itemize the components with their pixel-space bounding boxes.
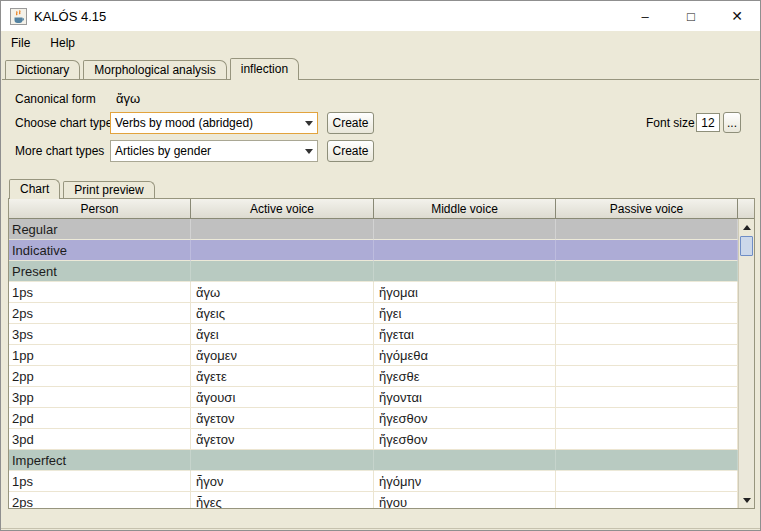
maximize-button[interactable]: □ (668, 1, 714, 31)
passive-voice-cell (556, 219, 738, 240)
person-cell: 2pp (9, 366, 191, 387)
person-cell: 2pd (9, 408, 191, 429)
table-row[interactable]: 3pdἄγετονἤγεσθον (9, 429, 754, 450)
tab-print-preview[interactable]: Print preview (63, 181, 154, 198)
chart-type-selected-value: Verbs by mood (abridged) (115, 116, 253, 130)
passive-voice-cell (556, 471, 738, 492)
create-more-chart-button[interactable]: Create (327, 140, 374, 162)
triangle-up-icon (743, 225, 751, 230)
section-row[interactable]: Present (9, 261, 754, 282)
column-header-person[interactable]: Person (9, 199, 191, 218)
font-size-more-button[interactable]: ... (723, 112, 741, 133)
table-row[interactable]: 2ppἄγετεἤγεσθε (9, 366, 754, 387)
active-voice-cell: ἄγει (191, 324, 374, 345)
table-row[interactable]: 2pdἄγετονἤγεσθον (9, 408, 754, 429)
canonical-form-label: Canonical form (15, 92, 96, 106)
menubar: File Help (1, 31, 760, 54)
chevron-down-icon (305, 121, 313, 126)
active-voice-cell (191, 219, 374, 240)
person-cell: 3ps (9, 324, 191, 345)
table-row[interactable]: 3ppἄγουσιἤγονται (9, 387, 754, 408)
menu-help[interactable]: Help (40, 33, 85, 53)
passive-voice-cell (556, 492, 738, 508)
passive-voice-cell (556, 282, 738, 303)
active-voice-cell (191, 240, 374, 261)
vertical-scrollbar[interactable] (738, 219, 754, 508)
person-cell: 3pp (9, 387, 191, 408)
person-cell: 1ps (9, 282, 191, 303)
menu-file[interactable]: File (1, 33, 40, 53)
scrollbar-thumb[interactable] (740, 236, 753, 256)
active-voice-cell (191, 450, 374, 471)
font-size-input[interactable]: 12 (696, 113, 720, 132)
passive-voice-cell (556, 261, 738, 282)
main-tabstrip: Dictionary Morphological analysis inflec… (5, 58, 756, 79)
person-cell: 3pd (9, 429, 191, 450)
middle-voice-cell: ἤγονται (374, 387, 556, 408)
scroll-down-button[interactable] (739, 492, 754, 508)
middle-voice-cell (374, 261, 556, 282)
active-voice-cell: ἄγετον (191, 408, 374, 429)
active-voice-cell (191, 261, 374, 282)
column-header-active-voice[interactable]: Active voice (191, 199, 374, 218)
active-voice-cell: ἄγω (191, 282, 374, 303)
triangle-down-icon (743, 498, 751, 503)
passive-voice-cell (556, 429, 738, 450)
create-chart-button[interactable]: Create (327, 112, 374, 134)
canonical-form-value: ἄγω (116, 91, 140, 106)
middle-voice-cell (374, 219, 556, 240)
more-chart-type-selected-value: Articles by gender (115, 144, 211, 158)
middle-voice-cell: ἤγου (374, 492, 556, 508)
passive-voice-cell (556, 240, 738, 261)
choose-chart-type-label: Choose chart type (15, 116, 112, 130)
table-body-rows: RegularIndicativePresent1psἄγωἤγομαι2psἄ… (9, 219, 754, 508)
table-row[interactable]: 1psἄγωἤγομαι (9, 282, 754, 303)
person-cell: 1pp (9, 345, 191, 366)
table-row[interactable]: 2psἄγειςἤγει (9, 303, 754, 324)
section-row[interactable]: Regular (9, 219, 754, 240)
tab-inflection[interactable]: inflection (230, 58, 299, 80)
active-voice-cell: ἄγομεν (191, 345, 374, 366)
passive-voice-cell (556, 303, 738, 324)
more-chart-type-select[interactable]: Articles by gender (110, 140, 318, 162)
middle-voice-cell (374, 450, 556, 471)
middle-voice-cell: ἤγεσθον (374, 408, 556, 429)
tab-dictionary[interactable]: Dictionary (5, 60, 80, 79)
person-cell: 2ps (9, 492, 191, 508)
scroll-up-button[interactable] (739, 219, 754, 235)
passive-voice-cell (556, 324, 738, 345)
section-label-cell: Regular (9, 219, 191, 240)
column-header-passive-voice[interactable]: Passive voice (556, 199, 738, 218)
middle-voice-cell: ἤγεται (374, 324, 556, 345)
table-row[interactable]: 3psἄγειἤγεται (9, 324, 754, 345)
tab-panel-border (2, 79, 759, 80)
section-row[interactable]: Indicative (9, 240, 754, 261)
table-row[interactable]: 1psἦγονἠγόμην (9, 471, 754, 492)
minimize-button[interactable]: – (622, 1, 668, 31)
app-window: KALÓS 4.15 – □ ✕ File Help Dictionary Mo… (0, 0, 761, 531)
table-body: RegularIndicativePresent1psἄγωἤγομαι2psἄ… (9, 219, 754, 508)
middle-voice-cell (374, 240, 556, 261)
table-header: Person Active voice Middle voice Passive… (9, 199, 754, 219)
active-voice-cell: ἄγετον (191, 429, 374, 450)
person-cell: 2ps (9, 303, 191, 324)
table-row[interactable]: 2psἦγεςἤγου (9, 492, 754, 508)
java-app-icon (10, 8, 27, 25)
tab-morphological-analysis[interactable]: Morphological analysis (83, 60, 226, 79)
close-button[interactable]: ✕ (714, 1, 760, 31)
tab-chart[interactable]: Chart (9, 179, 60, 199)
titlebar: KALÓS 4.15 – □ ✕ (1, 1, 760, 31)
section-row[interactable]: Imperfect (9, 450, 754, 471)
section-label-cell: Indicative (9, 240, 191, 261)
chart-type-select[interactable]: Verbs by mood (abridged) (110, 112, 318, 134)
middle-voice-cell: ἤγει (374, 303, 556, 324)
table-row[interactable]: 1ppἄγομενἠγόμεθα (9, 345, 754, 366)
middle-voice-cell: ἤγεσθον (374, 429, 556, 450)
passive-voice-cell (556, 366, 738, 387)
active-voice-cell: ἄγετε (191, 366, 374, 387)
person-cell: 1ps (9, 471, 191, 492)
column-header-middle-voice[interactable]: Middle voice (374, 199, 556, 218)
font-size-label: Font size (646, 116, 695, 130)
active-voice-cell: ἄγουσι (191, 387, 374, 408)
section-label-cell: Present (9, 261, 191, 282)
